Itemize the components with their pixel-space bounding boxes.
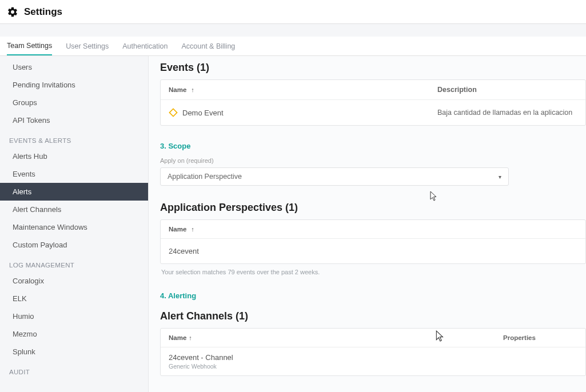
sidebar-item-events[interactable]: Events (0, 165, 148, 183)
sidebar-item-custom-payload[interactable]: Custom Payload (0, 236, 148, 254)
scope-match-hint: Your selection matches 79 events over th… (161, 269, 586, 275)
tab-account-billing[interactable]: Account & Billing (181, 37, 235, 55)
app-perspectives-col-name[interactable]: Name ↑ (169, 226, 437, 233)
sidebar: Users Pending Invitations Groups API Tok… (0, 56, 149, 392)
events-col-name-label: Name (169, 86, 186, 93)
svg-rect-0 (169, 109, 177, 116)
sidebar-item-api-tokens[interactable]: API Tokens (0, 111, 148, 129)
scope-step-label: 3. Scope (160, 142, 586, 150)
tab-authentication[interactable]: Authentication (122, 37, 168, 55)
sidebar-group-audit: AUDIT (0, 361, 148, 379)
events-table: Name ↑ Description Demo Event Baja canti… (160, 79, 586, 126)
alerting-step-label: 4. Alerting (160, 291, 586, 300)
alert-channels-title: Alert Channels (1) (160, 310, 586, 322)
alert-channels-col-properties[interactable]: Properties (503, 334, 577, 341)
app-header: Settings (0, 0, 586, 24)
alert-channel-row-subtype: Generic Webhook (169, 363, 217, 370)
app-perspectives-row[interactable]: 24cevent (161, 239, 585, 263)
scope-apply-label: Apply on (required) (160, 157, 586, 164)
sidebar-item-pending-invitations[interactable]: Pending Invitations (0, 76, 148, 94)
sidebar-item-maintenance-windows[interactable]: Maintenance Windows (0, 218, 148, 236)
sort-asc-icon: ↑ (191, 86, 194, 93)
sidebar-item-coralogix[interactable]: Coralogix (0, 272, 148, 290)
alert-channels-table: Name ↑ Properties 24cevent - Channel Gen… (160, 328, 586, 376)
events-table-row[interactable]: Demo Event Baja cantidad de llamadas en … (161, 100, 585, 125)
chevron-down-icon: ▾ (499, 174, 501, 180)
top-tabs: Team Settings User Settings Authenticati… (0, 37, 586, 56)
events-section-title: Events (1) (160, 62, 586, 74)
main-content: Events (1) Name ↑ Description Demo Event (149, 56, 586, 392)
sidebar-item-users[interactable]: Users (0, 58, 148, 76)
tab-user-settings[interactable]: User Settings (66, 37, 109, 55)
sidebar-item-mezmo[interactable]: Mezmo (0, 325, 148, 343)
event-row-name: Demo Event (182, 109, 224, 117)
tab-team-settings[interactable]: Team Settings (7, 37, 52, 55)
sidebar-item-groups[interactable]: Groups (0, 94, 148, 111)
gear-icon (7, 6, 18, 18)
sidebar-item-elk[interactable]: ELK (0, 290, 148, 307)
scope-select[interactable]: Application Perspective ▾ (160, 167, 509, 186)
sidebar-item-alerts[interactable]: Alerts (0, 183, 148, 201)
diamond-icon (169, 108, 178, 117)
app-perspective-row-name: 24cevent (169, 247, 199, 255)
events-col-description[interactable]: Description (437, 86, 577, 94)
sidebar-item-splunk[interactable]: Splunk (0, 343, 148, 361)
event-row-description: Baja cantidad de llamadas en la aplicaci… (437, 109, 577, 117)
alert-channels-col-name[interactable]: Name ↑ (169, 334, 503, 341)
sidebar-group-events-alerts: EVENTS & ALERTS (0, 129, 148, 147)
alert-channel-row-name: 24cevent - Channel (169, 353, 233, 362)
app-perspectives-title: Application Perspectives (1) (160, 202, 586, 214)
scope-select-value: Application Perspective (168, 173, 242, 181)
sort-asc-icon: ↑ (189, 334, 192, 341)
events-col-name[interactable]: Name ↑ (169, 86, 437, 94)
alert-channels-col-name-label: Name (169, 334, 186, 341)
page-title: Settings (24, 6, 62, 18)
alert-channels-row[interactable]: 24cevent - Channel Generic Webhook (161, 347, 585, 375)
app-perspectives-table: Name ↑ 24cevent (160, 219, 586, 264)
sidebar-item-alert-channels[interactable]: Alert Channels (0, 201, 148, 218)
sort-asc-icon: ↑ (191, 226, 194, 233)
sidebar-group-log-management: LOG MANAGEMENT (0, 254, 148, 272)
sidebar-item-humio[interactable]: Humio (0, 307, 148, 325)
app-perspectives-col-name-label: Name (169, 226, 186, 233)
sidebar-item-alerts-hub[interactable]: Alerts Hub (0, 147, 148, 165)
